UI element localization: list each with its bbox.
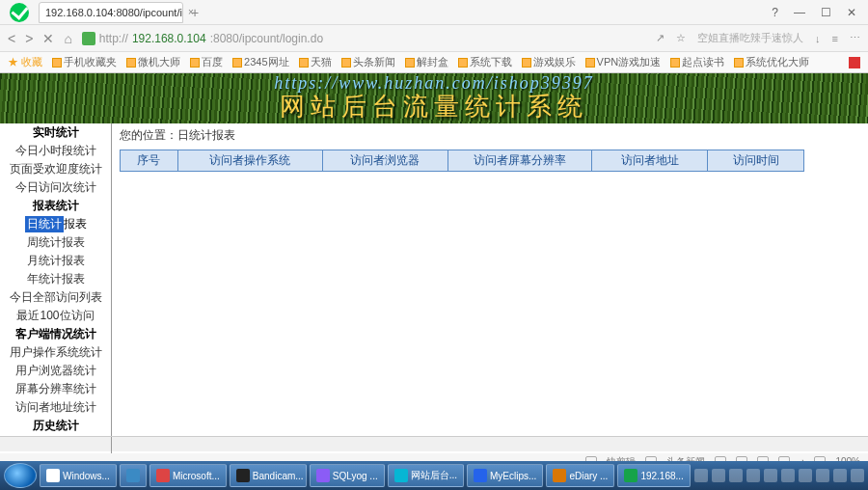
tray-icon[interactable] xyxy=(694,469,708,482)
bookmark-icon xyxy=(585,58,595,68)
sidebar-item[interactable]: 页面受欢迎度统计 xyxy=(0,160,111,178)
sidebar-item[interactable]: 今日全部访问列表 xyxy=(0,288,111,307)
bookmark-icon xyxy=(341,58,351,68)
browser-titlebar: 192.168.0.104:8080/ipcount/i × + ? — ☐ ✕ xyxy=(0,0,868,25)
sidebar-item[interactable]: 屏幕分辨率统计 xyxy=(0,380,111,398)
bookmark-icon xyxy=(190,58,200,68)
bookmark-icon xyxy=(299,58,309,68)
url-field[interactable]: http://192.168.0.104:8080/ipcount/login.… xyxy=(82,32,448,45)
tray-icon[interactable] xyxy=(729,469,743,482)
nav-home-button[interactable]: ⌂ xyxy=(64,31,71,46)
download-icon[interactable]: ↓ xyxy=(815,33,821,44)
shield-icon xyxy=(82,32,95,45)
taskbar-item[interactable]: Microsoft... xyxy=(149,464,227,487)
sidebar-item[interactable]: 月统计报表 xyxy=(0,252,111,270)
banner-title: 网站后台流量统计系统 xyxy=(280,90,588,123)
sidebar-item[interactable]: 最近100位访问 xyxy=(0,307,111,325)
sidebar-group-client: 客户端情况统计 xyxy=(0,325,111,343)
start-button[interactable] xyxy=(4,463,37,488)
taskbar-item[interactable]: SQLyog ... xyxy=(310,464,385,487)
sidebar-nav: 实时统计 今日小时段统计 页面受欢迎度统计 今日访问次统计 报表统计 日统计报表… xyxy=(0,123,112,453)
taskbar-item[interactable]: Bandicam... xyxy=(230,464,307,487)
bookmarks-fav[interactable]: ★ 收藏 xyxy=(8,55,42,69)
bookmark-item[interactable]: 解封盒 xyxy=(405,55,448,69)
bookmark-item[interactable]: 天猫 xyxy=(299,55,332,69)
bookmark-item[interactable]: 系统优化大师 xyxy=(734,55,809,69)
taskbar-item[interactable]: 192.168... xyxy=(617,464,690,487)
url-host: 192.168.0.104 xyxy=(132,32,206,45)
th-browser[interactable]: 访问者浏览器 xyxy=(322,150,448,172)
horizontal-scrollbar[interactable] xyxy=(0,436,868,451)
minimize-button[interactable]: — xyxy=(794,6,805,19)
fav-icon[interactable]: ☆ xyxy=(676,32,686,44)
tray-icon[interactable] xyxy=(833,469,847,482)
bookmark-icon xyxy=(522,58,531,68)
tray-icon[interactable] xyxy=(781,469,795,482)
share-icon[interactable]: ↗ xyxy=(656,32,665,44)
browser-tab[interactable]: 192.168.0.104:8080/ipcount/i × xyxy=(39,2,183,23)
bookmark-item[interactable]: 微机大师 xyxy=(126,55,180,69)
tray-icon[interactable] xyxy=(816,469,829,482)
windows-taskbar: Windows... Microsoft... Bandicam... SQLy… xyxy=(0,461,868,490)
nav-forward-button[interactable]: > xyxy=(25,31,33,46)
sidebar-item[interactable]: 周统计报表 xyxy=(0,233,111,252)
tray-icon[interactable] xyxy=(764,469,777,482)
tray-icon[interactable] xyxy=(746,469,760,482)
bookmark-item[interactable]: 游戏娱乐 xyxy=(522,55,576,69)
app-icon xyxy=(553,469,566,482)
sidebar-group-report: 报表统计 xyxy=(0,197,111,215)
app-icon xyxy=(156,469,170,482)
help-button[interactable]: ? xyxy=(772,6,778,19)
bookmark-icon xyxy=(232,58,242,68)
tray-icon[interactable] xyxy=(712,469,725,482)
sidebar-item-selected[interactable]: 日统计报表 xyxy=(0,215,111,233)
url-path: :8080/ipcount/login.do xyxy=(210,32,323,45)
system-tray[interactable] xyxy=(694,469,864,482)
bookmark-item[interactable]: VPN游戏加速 xyxy=(585,55,662,69)
sidebar-group-realtime: 实时统计 xyxy=(0,123,111,142)
bookmark-icon xyxy=(458,58,468,68)
report-table: 序号 访问者操作系统 访问者浏览器 访问者屏幕分辨率 访问者地址 访问时间 xyxy=(120,150,804,172)
menu-icon[interactable]: ≡ xyxy=(832,33,838,44)
app-icon xyxy=(474,469,487,482)
tray-icon[interactable] xyxy=(851,469,864,482)
window-close-button[interactable]: ✕ xyxy=(847,6,856,19)
app-icon xyxy=(236,469,250,482)
record-icon[interactable] xyxy=(849,57,860,68)
taskbar-item[interactable]: Windows... xyxy=(40,464,117,487)
sidebar-item[interactable]: 今日访问次统计 xyxy=(0,178,111,197)
maximize-button[interactable]: ☐ xyxy=(821,6,831,19)
sidebar-item[interactable]: 用户操作系统统计 xyxy=(0,343,111,362)
bookmark-item[interactable]: 百度 xyxy=(190,55,223,69)
taskbar-item[interactable] xyxy=(120,464,147,487)
page-banner: https://www.huzhan.com/ishop39397 网站后台流量… xyxy=(0,73,868,123)
bookmark-item[interactable]: 起点读书 xyxy=(670,55,724,69)
bookmark-icon xyxy=(405,58,415,68)
sidebar-item[interactable]: 今日小时段统计 xyxy=(0,142,111,160)
nav-back-button[interactable]: < xyxy=(8,31,15,46)
taskbar-item[interactable]: MyEclips... xyxy=(467,464,543,487)
bookmark-icon xyxy=(670,58,680,68)
nav-stop-button[interactable]: ✕ xyxy=(42,31,54,46)
app-icon xyxy=(394,469,408,482)
taskbar-item[interactable]: eDiary ... xyxy=(546,464,614,487)
search-input[interactable]: 空姐直播吃辣手速惊人 xyxy=(697,31,803,45)
th-os[interactable]: 访问者操作系统 xyxy=(177,150,322,172)
th-time[interactable]: 访问时间 xyxy=(708,150,804,172)
tray-icon[interactable] xyxy=(799,469,812,482)
bookmark-item[interactable]: 2345网址 xyxy=(232,55,288,69)
bookmark-icon xyxy=(734,58,744,68)
new-tab-button[interactable]: + xyxy=(191,5,199,20)
th-resolution[interactable]: 访问者屏幕分辨率 xyxy=(448,150,592,172)
more-icon[interactable]: ⋯ xyxy=(850,32,860,44)
sidebar-item[interactable]: 用户浏览器统计 xyxy=(0,362,111,380)
th-address[interactable]: 访问者地址 xyxy=(592,150,708,172)
taskbar-item[interactable]: 网站后台... xyxy=(388,464,464,487)
folder-icon xyxy=(52,58,62,68)
bookmark-item[interactable]: 系统下载 xyxy=(458,55,512,69)
sidebar-item[interactable]: 访问者地址统计 xyxy=(0,398,111,417)
th-index[interactable]: 序号 xyxy=(121,150,178,172)
bookmark-item[interactable]: 头条新闻 xyxy=(341,55,395,69)
sidebar-item[interactable]: 年统计报表 xyxy=(0,270,111,288)
bookmark-item[interactable]: 手机收藏夹 xyxy=(52,55,117,69)
